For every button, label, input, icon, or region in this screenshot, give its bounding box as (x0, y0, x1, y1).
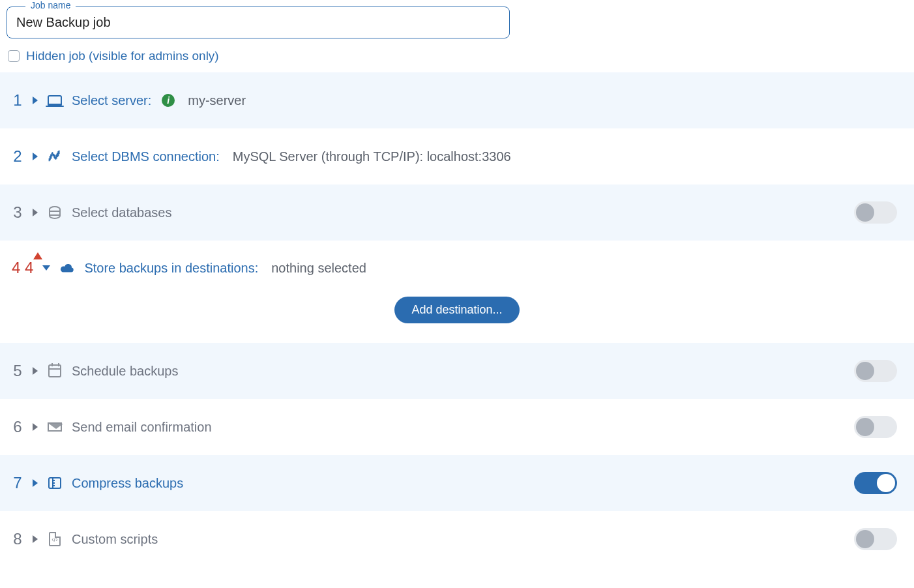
step-title: Custom scripts (72, 532, 158, 547)
step-number: 7 (12, 474, 23, 492)
step-select-databases[interactable]: 3 Select databases (0, 184, 914, 241)
step-value: MySQL Server (through TCP/IP): localhost… (233, 149, 511, 164)
scripts-toggle[interactable] (854, 528, 897, 550)
chevron-right-icon (33, 367, 38, 375)
chevron-right-icon (33, 479, 38, 487)
step-title: Store backups in destinations: (84, 261, 258, 276)
top-section: Job name Hidden job (visible for admins … (0, 0, 914, 72)
schedule-toggle[interactable] (854, 360, 897, 382)
step-value: my-server (188, 93, 246, 108)
step-destinations-header[interactable]: 4 4 Store backups in destinations: nothi… (0, 241, 914, 284)
databases-toggle[interactable] (854, 201, 897, 224)
script-icon: ‹/› (47, 532, 63, 546)
step-title: Select DBMS connection: (72, 149, 220, 164)
add-destination-button[interactable]: Add destination... (394, 297, 519, 323)
compress-toggle[interactable] (854, 472, 897, 494)
laptop-icon (47, 95, 63, 106)
info-icon[interactable]: i (162, 94, 175, 107)
step-title: Schedule backups (72, 364, 178, 379)
cloud-icon (59, 262, 75, 274)
email-toggle[interactable] (854, 416, 897, 438)
step-schedule[interactable]: 5 Schedule backups (0, 343, 914, 399)
chevron-right-icon (33, 96, 38, 104)
calendar-icon (47, 364, 63, 377)
step-title: Send email confirmation (72, 420, 212, 435)
compress-icon (47, 476, 63, 490)
step-title: Compress backups (72, 476, 183, 491)
step-value: nothing selected (271, 261, 366, 276)
warning-icon (33, 252, 42, 259)
chevron-right-icon (33, 423, 38, 431)
step-number: 6 (12, 418, 23, 436)
hidden-job-label: Hidden job (visible for admins only) (26, 49, 219, 63)
chevron-right-icon (33, 535, 38, 543)
step-number: 1 (12, 91, 23, 110)
chevron-right-icon (33, 209, 38, 216)
step-number: 8 (12, 530, 23, 548)
step-number: 2 (12, 147, 23, 166)
database-icon (47, 206, 63, 219)
step-number: 4 4 (12, 259, 33, 277)
step-select-dbms[interactable]: 2 🗲 Select DBMS connection: MySQL Server… (0, 128, 914, 184)
step-number: 3 (12, 203, 23, 222)
step-compress[interactable]: 7 Compress backups (0, 455, 914, 511)
step-title: Select server: (72, 93, 151, 108)
step-number: 5 (12, 362, 23, 380)
chevron-down-icon (42, 265, 50, 271)
step-destinations-expanded: 4 4 Store backups in destinations: nothi… (0, 241, 914, 343)
step-email[interactable]: 6 Send email confirmation (0, 399, 914, 455)
hidden-job-checkbox[interactable] (8, 50, 20, 62)
bolt-icon: 🗲 (47, 149, 63, 164)
job-name-legend: Job name (25, 0, 76, 10)
job-name-field[interactable]: Job name (7, 7, 510, 38)
step-title: Select databases (72, 205, 171, 220)
chevron-right-icon (33, 153, 38, 160)
job-name-input[interactable] (16, 15, 500, 30)
hidden-job-row: Hidden job (visible for admins only) (7, 49, 907, 63)
mail-icon (47, 422, 63, 432)
step-scripts[interactable]: 8 ‹/› Custom scripts (0, 511, 914, 567)
step-select-server[interactable]: 1 Select server: i my-server (0, 72, 914, 128)
